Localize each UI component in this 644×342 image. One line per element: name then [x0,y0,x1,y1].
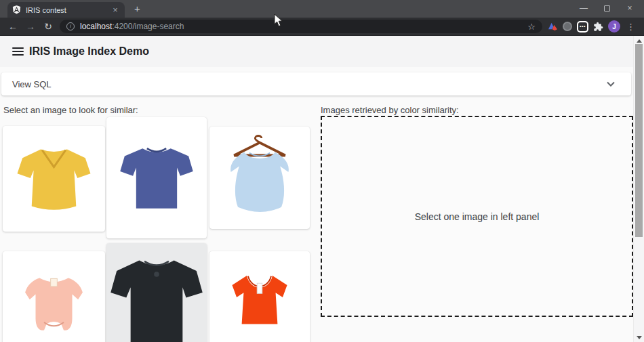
minimize-button[interactable]: — [572,0,595,16]
back-icon[interactable]: ← [4,21,22,32]
page-title: IRIS Image Index Demo [29,45,149,58]
left-panel-label: Select an image to look for similar: [3,105,138,115]
extension-logo-icon[interactable] [548,22,558,31]
orange-crop-top-image [215,257,304,342]
app-page: IRIS Image Index Demo View SQL Select an… [0,36,644,342]
light-blue-blouse-image [215,132,304,223]
results-dropzone: Select one image in left panel [321,116,633,317]
url-text: localhost:4200/image-search [80,22,184,31]
scrollbar-thumb[interactable] [635,44,643,237]
site-info-icon[interactable]: i [66,22,75,30]
app-header: IRIS Image Index Demo [0,36,644,67]
angular-favicon-icon [12,5,21,14]
page-scrollbar[interactable] [633,36,644,342]
forward-icon[interactable]: → [22,21,39,32]
window-controls: — × [572,0,641,16]
restore-button[interactable] [595,0,618,16]
browser-menu-icon[interactable]: ⋮ [626,22,635,32]
yellow-vneck-top-image [8,131,100,226]
restore-icon [604,5,610,12]
image-card-pink-onesie[interactable] [3,251,105,342]
close-button[interactable]: × [618,0,641,16]
menu-hamburger-icon[interactable] [12,47,24,56]
extensions-cluster: ••• J ⋮ [548,20,635,33]
view-sql-label: View SQL [12,79,52,89]
view-sql-expansion-panel[interactable]: View SQL [1,72,631,95]
right-panel-label: Images retrieved by color similarity: [321,105,459,115]
extension-circle-icon[interactable] [563,22,572,31]
image-card-light-blue-blouse[interactable] [209,127,310,229]
browser-tab-strip: IRIS contest × + — × [0,0,644,18]
extensions-puzzle-icon[interactable] [593,22,603,32]
image-card-yellow-vneck-top[interactable] [3,126,105,232]
bookmark-star-icon[interactable]: ☆ [527,22,536,32]
tab-close-icon[interactable]: × [110,5,120,14]
profile-avatar[interactable]: J [608,20,620,33]
address-bar[interactable]: i localhost:4200/image-search ☆ [60,20,542,33]
scrollbar-down-icon[interactable] [637,336,642,339]
browser-toolbar: ← → ↻ i localhost:4200/image-search ☆ ••… [0,18,644,36]
tab-title: IRIS contest [26,6,110,14]
black-tshirt-image [106,243,207,342]
image-card-black-tshirt[interactable] [106,243,207,342]
pink-onesie-image [8,257,100,342]
image-card-orange-crop-top[interactable] [209,251,310,342]
dropzone-placeholder: Select one image in left panel [415,211,540,222]
mouse-cursor [274,14,283,27]
new-tab-button[interactable]: + [131,3,144,16]
chevron-down-icon[interactable] [607,81,615,87]
image-card-blue-tshirt[interactable] [106,117,207,238]
scrollbar-up-icon[interactable] [637,39,642,43]
extension-dots-icon[interactable]: ••• [577,21,588,33]
reload-icon[interactable]: ↻ [39,21,57,32]
blue-tshirt-image [112,123,201,233]
browser-window: IRIS contest × + — × ← → ↻ i localhost:4… [0,0,644,342]
browser-tab[interactable]: IRIS contest × [7,2,125,18]
